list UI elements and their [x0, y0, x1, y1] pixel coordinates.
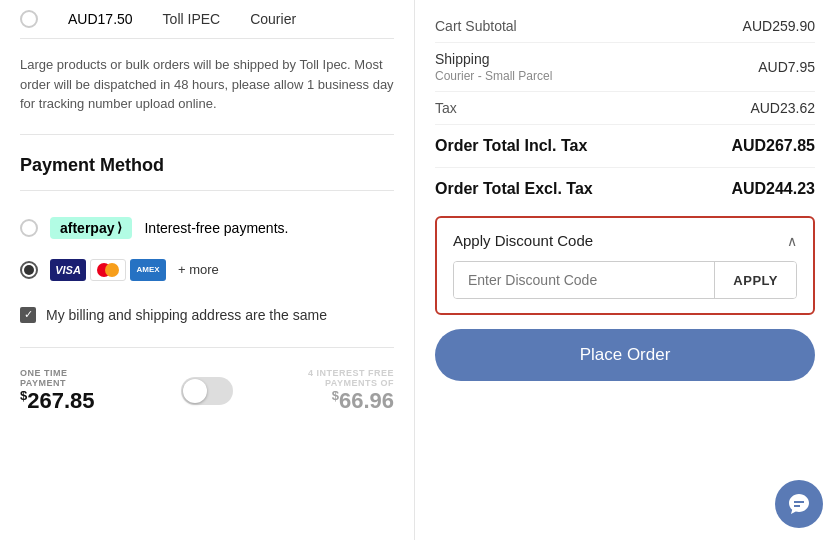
right-panel: Cart Subtotal AUD259.90 Shipping Courier… [415, 0, 835, 540]
installment-amount: $66.96 [249, 388, 394, 414]
cart-subtotal-amount: AUD259.90 [743, 18, 815, 34]
payment-section-title: Payment Method [20, 155, 394, 176]
shipping-note: Large products or bulk orders will be sh… [20, 39, 394, 135]
right-shipping-label-block: Shipping Courier - Small Parcel [435, 51, 552, 83]
shipping-radio[interactable] [20, 10, 38, 28]
installment-currency: $ [332, 388, 339, 403]
afterpay-radio[interactable] [20, 219, 38, 237]
afterpay-symbol: afterpay [60, 220, 114, 236]
payment-toggle-thumb [183, 379, 207, 403]
installment-label-line1: 4 INTEREST FREE [249, 368, 394, 378]
billing-checkbox-row[interactable]: ✓ My billing and shipping address are th… [20, 307, 394, 323]
one-time-amount-value: 267.85 [27, 388, 94, 413]
discount-chevron-icon: ∧ [787, 233, 797, 249]
payment-divider [20, 190, 394, 191]
shipping-row: AUD17.50 Toll IPEC Courier [20, 0, 394, 39]
card-radio-inner [24, 265, 34, 275]
right-shipping-label: Shipping [435, 51, 552, 67]
afterpay-badge: afterpay ⟩ [50, 217, 132, 239]
order-total-excl-label: Order Total Excl. Tax [435, 180, 593, 198]
chat-bubble[interactable] [775, 480, 823, 528]
tax-amount: AUD23.62 [750, 100, 815, 116]
chat-icon [787, 492, 811, 516]
mc-yellow-circle [105, 263, 119, 277]
mastercard-logo [90, 259, 126, 281]
discount-section: Apply Discount Code ∧ APPLY [435, 216, 815, 315]
cart-subtotal-row: Cart Subtotal AUD259.90 [435, 10, 815, 43]
card-radio[interactable] [20, 261, 38, 279]
payment-toggle-track[interactable] [181, 377, 233, 405]
discount-code-input[interactable] [454, 262, 714, 298]
discount-apply-button[interactable]: APPLY [714, 262, 796, 298]
plus-more-label: + more [178, 262, 219, 277]
order-total-excl-row: Order Total Excl. Tax AUD244.23 [435, 168, 815, 202]
discount-input-row: APPLY [453, 261, 797, 299]
order-total-incl-label: Order Total Incl. Tax [435, 137, 587, 155]
one-time-label-line2: PAYMENT [20, 378, 165, 388]
afterpay-label: Interest-free payments. [144, 220, 288, 236]
shipping-method: Courier [250, 11, 296, 27]
payment-option-card[interactable]: VISA AMEX + more [20, 249, 394, 291]
billing-checkbox[interactable]: ✓ [20, 307, 36, 323]
discount-section-title: Apply Discount Code [453, 232, 593, 249]
discount-header[interactable]: Apply Discount Code ∧ [453, 232, 797, 249]
order-total-incl-row: Order Total Incl. Tax AUD267.85 [435, 125, 815, 168]
shipping-carrier: Toll IPEC [163, 11, 221, 27]
visa-logo: VISA [50, 259, 86, 281]
right-shipping-amount: AUD7.95 [758, 59, 815, 75]
checkbox-check-icon: ✓ [24, 309, 33, 320]
one-time-payment-block: ONE TIME PAYMENT $267.85 [20, 368, 165, 414]
order-total-excl-amount: AUD244.23 [731, 180, 815, 198]
payment-option-afterpay[interactable]: afterpay ⟩ Interest-free payments. [20, 207, 394, 249]
card-logos: VISA AMEX [50, 259, 166, 281]
tax-row: Tax AUD23.62 [435, 92, 815, 125]
order-total-incl-amount: AUD267.85 [731, 137, 815, 155]
right-shipping-row: Shipping Courier - Small Parcel AUD7.95 [435, 43, 815, 92]
shipping-price: AUD17.50 [68, 11, 133, 27]
amex-logo: AMEX [130, 259, 166, 281]
payment-toggle-wrap[interactable] [181, 377, 233, 405]
installment-label-line2: PAYMENTS OF [249, 378, 394, 388]
installment-payment-block: 4 INTEREST FREE PAYMENTS OF $66.96 [249, 368, 394, 414]
left-panel: AUD17.50 Toll IPEC Courier Large product… [0, 0, 415, 540]
cart-subtotal-label: Cart Subtotal [435, 18, 517, 34]
place-order-button[interactable]: Place Order [435, 329, 815, 381]
tax-label: Tax [435, 100, 457, 116]
billing-checkbox-label: My billing and shipping address are the … [46, 307, 327, 323]
one-time-label-line1: ONE TIME [20, 368, 165, 378]
payment-toggle-section: ONE TIME PAYMENT $267.85 4 INTEREST FREE… [20, 347, 394, 414]
afterpay-arrow: ⟩ [117, 220, 122, 235]
one-time-amount: $267.85 [20, 388, 165, 414]
installment-amount-value: 66.96 [339, 388, 394, 413]
right-shipping-sub-label: Courier - Small Parcel [435, 69, 552, 83]
